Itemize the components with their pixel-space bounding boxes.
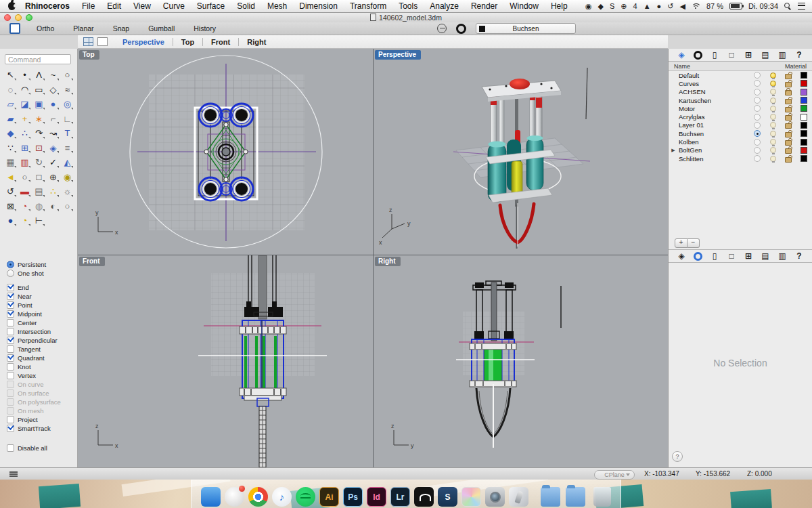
app-menu[interactable]: Rhinoceros [24, 0, 76, 13]
circle-tool[interactable]: ○ [60, 68, 74, 83]
layers-tab[interactable]: ◈ [677, 50, 686, 60]
explode-tool[interactable]: ∗ [32, 112, 46, 127]
layer-lock-icon[interactable] [785, 82, 792, 87]
helix-tool[interactable]: ≈ [60, 83, 74, 98]
arc-tool[interactable]: ◠ [18, 83, 32, 98]
bartender-icon[interactable]: ● [657, 0, 662, 13]
sphere-tool[interactable]: ● [46, 97, 60, 112]
curve-tool[interactable]: ~ [46, 68, 60, 83]
current-layer-radio[interactable] [754, 155, 761, 162]
document-tab[interactable]: ▯ [710, 50, 719, 60]
layer-lock-icon[interactable] [785, 123, 792, 129]
layer-visibility-bulb-icon[interactable] [770, 106, 776, 112]
ring-icon[interactable] [456, 24, 466, 34]
menubar-clock[interactable]: Di. 09:34 [748, 2, 778, 10]
layer-name[interactable]: BoltGen [679, 146, 702, 154]
layer-lock-icon[interactable] [785, 132, 792, 137]
checkbox-icon[interactable] [7, 425, 14, 432]
menu-item[interactable]: Help [545, 0, 574, 13]
osnap-option[interactable]: Near [7, 292, 78, 301]
layer-row[interactable]: ▶ Motor [669, 104, 812, 112]
checkbox-icon[interactable] [7, 345, 14, 353]
viewport-tab[interactable]: Front [202, 38, 238, 46]
viewport-tab[interactable]: Top [173, 38, 202, 46]
help-tab[interactable]: ? [794, 50, 804, 60]
ball-dock-icon[interactable] [225, 487, 244, 507]
pan-tool[interactable]: ▬ [18, 184, 32, 199]
notes-tab[interactable]: ▥ [777, 50, 787, 60]
layer-row[interactable]: ▶ Curves [669, 79, 812, 87]
layer-visibility-bulb-icon[interactable] [770, 147, 776, 153]
layer-row[interactable]: ▶ Kartuschen [669, 96, 812, 104]
layer-row[interactable]: ▶ Default [669, 71, 812, 79]
box-tab[interactable]: □ [727, 50, 736, 60]
layer-row[interactable]: ▶ Acrylglas [669, 112, 812, 121]
text-tool[interactable]: T [60, 126, 74, 141]
layer-color-swatch[interactable] [800, 89, 807, 96]
menu-item[interactable]: Solid [231, 0, 261, 13]
objects-tab[interactable] [694, 51, 702, 60]
expander-icon[interactable]: ▶ [671, 148, 676, 153]
osnap-option[interactable]: SmartTrack [7, 424, 78, 433]
viewport-right-label[interactable]: Right [375, 257, 401, 266]
osnap-option[interactable]: On surface [7, 389, 78, 398]
layer-color-swatch[interactable] [800, 80, 807, 87]
osnap-option[interactable]: Knot [7, 362, 78, 371]
move-point-tool[interactable]: ∵ [3, 141, 18, 156]
ellipse-tool[interactable]: ◌ [3, 83, 18, 98]
notes-tab[interactable]: ▥ [777, 251, 787, 261]
shaded-view-tool[interactable]: ◐ [46, 199, 60, 214]
spotlight-icon[interactable] [784, 3, 792, 10]
spotify-dock-icon[interactable] [296, 487, 315, 507]
layer-color-swatch[interactable] [800, 114, 807, 121]
torus-tool[interactable]: ◎ [60, 97, 74, 112]
current-layer-radio[interactable] [754, 80, 761, 87]
menu-item[interactable]: Analyze [424, 0, 465, 13]
current-layer-radio[interactable] [754, 114, 761, 121]
map-tool[interactable]: ▤ [32, 184, 46, 199]
layer-visibility-bulb-icon[interactable] [770, 131, 776, 137]
viewport-tab[interactable]: Right [238, 38, 274, 46]
viewport-front[interactable]: Front [78, 255, 373, 467]
menu-item[interactable]: Surface [191, 0, 231, 13]
remove-layer-button[interactable]: − [687, 238, 700, 248]
menu-item[interactable]: Transform [344, 0, 392, 13]
hatch-tool[interactable]: ◔ [18, 199, 32, 214]
layer-lock-icon[interactable] [785, 115, 792, 121]
surface-corner-tool[interactable]: ◪ [18, 97, 32, 112]
layer-visibility-bulb-icon[interactable] [770, 156, 776, 162]
menu-item[interactable]: Dimension [293, 0, 344, 13]
layer-lock-icon[interactable] [785, 99, 792, 104]
status-menu-icon[interactable] [9, 471, 18, 473]
box-tab[interactable]: □ [727, 251, 736, 261]
materials-tab[interactable]: ▤ [761, 50, 770, 60]
box-tool[interactable]: ▣ [32, 97, 46, 112]
toolbar-button[interactable]: Snap [104, 22, 139, 35]
osnap-mode-radio[interactable]: Persistent [7, 260, 78, 269]
layer-name[interactable]: Default [679, 72, 699, 79]
checkbox-icon[interactable] [7, 328, 14, 335]
menu-item[interactable]: Edit [101, 0, 127, 13]
skype-dock-icon[interactable]: S [438, 487, 457, 507]
osnap-option[interactable]: Tangent [7, 345, 78, 354]
alfred-icon[interactable]: ▲ [644, 0, 651, 13]
point-cloud-tool[interactable]: ∴ [18, 126, 32, 141]
checkbox-icon[interactable] [7, 310, 14, 318]
layer-visibility-bulb-icon[interactable] [770, 122, 776, 128]
current-layer-radio[interactable] [754, 139, 761, 146]
osnap-option[interactable]: Project [7, 415, 78, 424]
toolbar-button[interactable]: Ortho [27, 22, 64, 35]
zoom-tool[interactable]: ○ [18, 170, 32, 185]
lamp-tool[interactable]: ☼ [60, 184, 74, 199]
select-tool[interactable]: ↖ [3, 68, 18, 83]
zoom-window-tool[interactable]: □ [32, 170, 46, 185]
objects-tab[interactable] [694, 252, 702, 261]
osnap-option[interactable]: Perpendicular [7, 336, 78, 345]
badge-count[interactable]: 4 [633, 0, 637, 13]
four-viewport-layout-icon[interactable] [83, 37, 93, 46]
layer-lock-icon[interactable] [785, 148, 792, 154]
circle-arrow-icon[interactable] [437, 24, 447, 33]
osnap-option[interactable]: Intersection [7, 327, 78, 336]
volume-icon[interactable]: ◀ [679, 0, 685, 13]
checkbox-icon[interactable] [7, 398, 14, 406]
